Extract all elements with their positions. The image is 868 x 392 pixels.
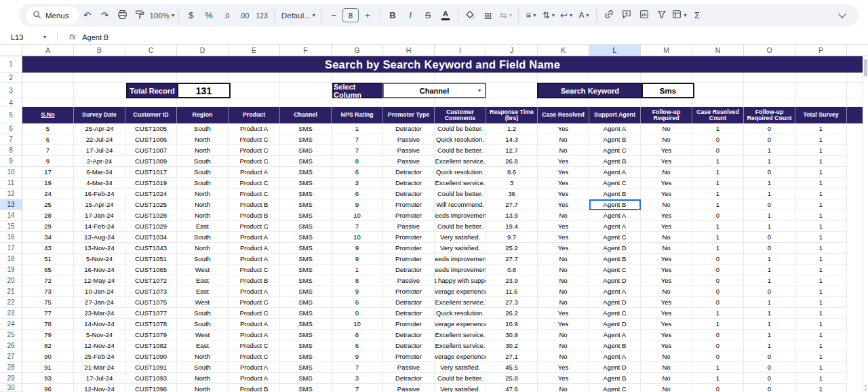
cell[interactable]: SMS: [280, 210, 332, 221]
empty-row[interactable]: [22, 73, 863, 83]
column-header-A[interactable]: A: [22, 45, 74, 56]
cell[interactable]: Product C: [229, 221, 280, 232]
cell[interactable]: Passive: [383, 134, 435, 145]
cell[interactable]: 1: [692, 167, 744, 178]
cell[interactable]: 13-Nov-24: [74, 243, 125, 254]
cell[interactable]: 0: [744, 134, 795, 145]
cell[interactable]: 13.9: [486, 210, 538, 221]
cell[interactable]: Product C: [229, 189, 280, 199]
cell[interactable]: Agent C: [589, 264, 641, 275]
cell[interactable]: 9: [332, 351, 383, 362]
cell[interactable]: Detractor: [383, 167, 435, 178]
cell[interactable]: West: [177, 264, 229, 275]
cell[interactable]: 0: [744, 373, 795, 384]
cell[interactable]: Product C: [229, 308, 280, 319]
row-header-5[interactable]: 5: [0, 107, 22, 123]
cell[interactable]: CUST1078: [125, 319, 177, 330]
cell[interactable]: 0: [692, 351, 744, 362]
cell[interactable]: 0: [692, 297, 744, 308]
column-header-I[interactable]: I: [435, 45, 486, 56]
cell[interactable]: 6: [22, 134, 74, 145]
cell[interactable]: No: [641, 351, 692, 362]
cell[interactable]: Product A: [229, 373, 280, 384]
text-color-button[interactable]: A: [437, 7, 454, 24]
cell[interactable]: South: [177, 232, 229, 243]
row-header-2[interactable]: 2: [0, 73, 22, 83]
cell[interactable]: 1: [692, 178, 744, 189]
cell[interactable]: Passive: [383, 145, 435, 156]
cell[interactable]: Yes: [538, 156, 589, 167]
cell[interactable]: Detractor: [383, 123, 435, 134]
cell[interactable]: Product A: [229, 123, 280, 134]
cell[interactable]: Yes: [538, 167, 589, 178]
cell[interactable]: 8: [332, 156, 383, 167]
cell[interactable]: 0: [744, 167, 795, 178]
cell[interactable]: 10.9: [486, 319, 538, 330]
cell[interactable]: Agent C: [589, 232, 641, 243]
cell[interactable]: 7: [22, 145, 74, 156]
cell[interactable]: Detractor: [383, 297, 435, 308]
cell[interactable]: Detractor: [383, 264, 435, 275]
text-wrap-button[interactable]: ↩▾: [558, 7, 574, 24]
cell[interactable]: CUST1006: [125, 134, 177, 145]
cell[interactable]: Agent A: [589, 330, 641, 340]
cell[interactable]: No: [641, 167, 692, 178]
cell[interactable]: 6: [332, 340, 383, 351]
cell[interactable]: Agent A: [589, 286, 641, 297]
cell[interactable]: 23.9: [486, 275, 538, 286]
currency-format-button[interactable]: $: [183, 7, 199, 24]
cell[interactable]: Agent D: [589, 362, 641, 373]
cell[interactable]: CUST1007: [125, 145, 177, 156]
cell[interactable]: Yes: [641, 254, 692, 264]
strikethrough-button[interactable]: S: [420, 7, 436, 24]
cell[interactable]: North: [177, 210, 229, 221]
cell[interactable]: 1: [332, 264, 383, 275]
cell[interactable]: Yes: [641, 264, 692, 275]
cell[interactable]: 1: [795, 243, 847, 254]
column-header-J[interactable]: J: [486, 45, 538, 56]
cell[interactable]: South: [177, 319, 229, 330]
font-family-select[interactable]: Defaul...▾: [279, 7, 317, 24]
cell[interactable]: 25-Feb-24: [74, 351, 125, 362]
row-header-22[interactable]: 22: [0, 297, 22, 308]
cell[interactable]: Product B: [229, 199, 280, 210]
cell[interactable]: Product C: [229, 134, 280, 145]
cell[interactable]: 12-May-24: [74, 275, 125, 286]
cell[interactable]: 30.2: [486, 340, 538, 351]
cell[interactable]: 5: [22, 123, 74, 134]
cell[interactable]: South: [177, 156, 229, 167]
cell[interactable]: Promoter: [383, 319, 435, 330]
cell[interactable]: Product C: [229, 264, 280, 275]
cell[interactable]: 25: [22, 199, 74, 210]
cell[interactable]: 6: [332, 189, 383, 199]
cell[interactable]: Agent B: [589, 156, 641, 167]
cell[interactable]: SMS: [280, 373, 332, 384]
bold-button[interactable]: B: [384, 7, 401, 24]
cell[interactable]: 26.2: [486, 308, 538, 319]
cell[interactable]: Yes: [538, 123, 589, 134]
cell[interactable]: 6-Mar-24: [74, 167, 125, 178]
cell[interactable]: 0: [692, 254, 744, 264]
cell[interactable]: Product C: [229, 156, 280, 167]
cell[interactable]: Agent B: [589, 189, 641, 199]
cell[interactable]: 1: [744, 156, 795, 167]
cell[interactable]: 5-Nov-24: [74, 330, 125, 340]
cell[interactable]: Passive: [383, 384, 435, 392]
cell[interactable]: 75: [22, 297, 74, 308]
cell[interactable]: Product A: [229, 232, 280, 243]
scroll-down-icon[interactable]: ▼: [864, 387, 867, 391]
cell[interactable]: Agent D: [589, 297, 641, 308]
row-header-21[interactable]: 21: [0, 286, 22, 297]
cell[interactable]: Passive: [383, 156, 435, 167]
merge-cells-button[interactable]: ⇆▾: [498, 7, 514, 24]
cell[interactable]: South: [177, 123, 229, 134]
cell[interactable]: 1: [744, 254, 795, 264]
column-header-N[interactable]: N: [692, 45, 744, 56]
cell[interactable]: 0: [692, 384, 744, 392]
cell[interactable]: 27-Jan-24: [74, 297, 125, 308]
cell[interactable]: 0: [744, 362, 795, 373]
cell[interactable]: Passive: [383, 275, 435, 286]
table-column-header[interactable]: Total Survey: [795, 107, 847, 123]
cell[interactable]: 6: [332, 297, 383, 308]
cell[interactable]: Agent D: [589, 275, 641, 286]
